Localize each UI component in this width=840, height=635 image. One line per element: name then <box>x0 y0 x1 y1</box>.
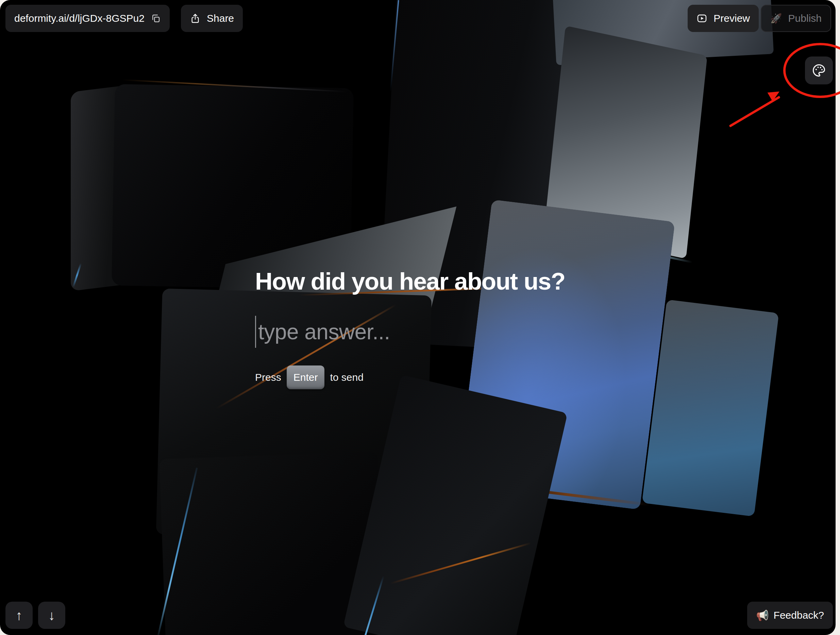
previous-question-button[interactable]: ↑ <box>5 602 33 629</box>
play-icon <box>696 13 707 24</box>
answer-placeholder: type answer... <box>258 319 390 344</box>
preview-button-label: Preview <box>714 13 750 24</box>
arrow-down-icon: ↓ <box>48 608 55 623</box>
form-url-text: deformity.ai/d/ljGDx-8GSPu2 <box>14 13 145 24</box>
share-upload-icon <box>190 13 201 24</box>
arrow-up-icon: ↑ <box>16 608 22 623</box>
send-hint: Press Enter to send <box>255 366 363 389</box>
copy-icon <box>151 13 161 24</box>
answer-input[interactable]: type answer... <box>255 316 390 348</box>
publish-button[interactable]: 🚀 Publish <box>761 5 831 32</box>
palette-icon <box>812 63 826 78</box>
question-title: How did you hear about us? <box>255 268 629 295</box>
enter-keycap: Enter <box>287 366 325 389</box>
preview-button[interactable]: Preview <box>688 5 759 32</box>
hint-suffix: to send <box>330 372 363 383</box>
theme-palette-button[interactable] <box>805 57 833 84</box>
feedback-button[interactable]: 📢 Feedback? <box>747 602 833 629</box>
share-button-label: Share <box>207 13 234 24</box>
publish-button-label: Publish <box>788 13 822 24</box>
text-caret <box>255 316 256 348</box>
megaphone-icon: 📢 <box>756 610 769 621</box>
share-button[interactable]: Share <box>181 5 243 32</box>
hint-prefix: Press <box>255 372 281 383</box>
next-question-button[interactable]: ↓ <box>38 602 65 629</box>
form-canvas: deformity.ai/d/ljGDx-8GSPu2 Share <box>0 0 835 635</box>
copy-url-button[interactable] <box>151 13 161 24</box>
rocket-icon: 🚀 <box>770 13 782 24</box>
feedback-button-label: Feedback? <box>774 610 824 621</box>
form-url-pill[interactable]: deformity.ai/d/ljGDx-8GSPu2 <box>5 5 170 32</box>
